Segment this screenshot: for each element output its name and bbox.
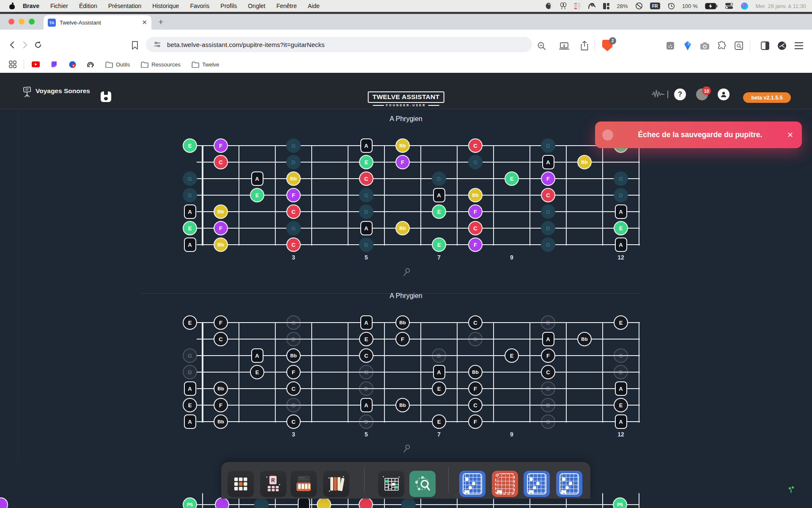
- note-c-s6-f8[interactable]: C: [468, 221, 483, 235]
- note-a-s3-f2[interactable]: A: [251, 171, 263, 186]
- note-a-s7-f0[interactable]: A: [184, 414, 196, 429]
- note-d-s3-f7[interactable]: D: [432, 171, 446, 186]
- balloons-icon[interactable]: [560, 2, 567, 10]
- note-f-s4-f3[interactable]: F: [286, 365, 301, 379]
- history-clock-icon[interactable]: [667, 2, 675, 10]
- help-button[interactable]: ?: [674, 88, 686, 100]
- note-a-s2-f10[interactable]: A: [542, 332, 554, 346]
- note-c-s5-f3[interactable]: C: [286, 381, 301, 396]
- levels-icon[interactable]: [574, 2, 581, 10]
- note-c-s3-f5[interactable]: C: [359, 348, 373, 363]
- bookmark-twelve[interactable]: Twelve: [192, 61, 219, 68]
- note-g-s1-f3[interactable]: G: [286, 138, 301, 153]
- note-g-s3-f0[interactable]: G: [183, 348, 197, 363]
- note-c-s4-f10[interactable]: C: [541, 188, 555, 202]
- note-e-s7-f7[interactable]: E: [432, 414, 446, 429]
- avira-icon[interactable]: [588, 3, 595, 9]
- status-mer28janv1130[interactable]: Mer. 28 janv. à 11:30: [756, 3, 806, 9]
- note-e-s6-f12[interactable]: E: [614, 221, 628, 235]
- note-c-s2-f1[interactable]: C: [214, 155, 228, 169]
- zoom-out-icon[interactable]: [537, 41, 546, 50]
- note-d-s6-f10[interactable]: D: [541, 221, 555, 235]
- note-a-s5-f12[interactable]: A: [615, 204, 627, 219]
- menu-favoris[interactable]: Favoris: [184, 0, 215, 12]
- note-a-s4-f7[interactable]: A: [433, 365, 445, 379]
- note-g-s4-f5[interactable]: G: [359, 188, 373, 202]
- note-f-s7-f8[interactable]: F: [468, 237, 483, 252]
- note-f-s7-f8[interactable]: F: [468, 414, 483, 429]
- forward-button[interactable]: [20, 41, 29, 49]
- note-f-s6-f1[interactable]: F: [214, 221, 228, 235]
- note-a-s7-f12[interactable]: A: [615, 414, 627, 429]
- note-a-s5-f0[interactable]: A: [184, 381, 196, 396]
- note-e-s6-f12[interactable]: E: [614, 398, 628, 412]
- keyboard-button[interactable]: [291, 471, 317, 497]
- note-g-s4-f5[interactable]: G: [359, 365, 373, 379]
- note-e-s1-f12[interactable]: E: [614, 315, 628, 330]
- note-a-s6-f5[interactable]: A: [360, 221, 373, 235]
- note-d-s5-f5[interactable]: D: [359, 204, 373, 219]
- note-c-s1-f8[interactable]: C: [468, 315, 483, 330]
- account-button[interactable]: [718, 88, 730, 100]
- menu-présentation[interactable]: Présentation: [103, 0, 147, 12]
- vpn-extension-icon[interactable]: [683, 41, 692, 51]
- note-bb-s3-f3[interactable]: Bb: [286, 348, 301, 363]
- note-g-s5-f10[interactable]: G: [541, 204, 555, 219]
- extensions-puzzle-icon[interactable]: [717, 41, 727, 50]
- wallet-icon[interactable]: [666, 41, 675, 50]
- note-f-s3-f10[interactable]: F: [541, 171, 555, 186]
- note-e-s2-f5[interactable]: E: [359, 155, 373, 169]
- note-c-s1-f8[interactable]: C: [468, 138, 483, 153]
- status-fr[interactable]: FR: [650, 3, 660, 9]
- bookmark-ressources[interactable]: Ressources: [141, 61, 181, 68]
- note-c-s3-f5[interactable]: C: [359, 171, 373, 186]
- note-d-s4-f0[interactable]: D: [183, 188, 197, 202]
- note-f-s3-f10[interactable]: F: [541, 348, 555, 363]
- search-tabs-icon[interactable]: [734, 41, 743, 50]
- menu-historique[interactable]: Historique: [147, 0, 184, 12]
- control-center-icon[interactable]: [725, 3, 733, 9]
- new-tab-button[interactable]: +: [158, 17, 163, 27]
- toast-close-icon[interactable]: ✕: [787, 130, 793, 140]
- fretboard-button[interactable]: [378, 471, 404, 497]
- menu-onglet[interactable]: Onglet: [242, 0, 271, 12]
- note-bb-s2-f11[interactable]: Bb: [577, 332, 592, 346]
- note-bb-s7-f1[interactable]: Bb: [214, 414, 228, 429]
- focus-icon[interactable]: [635, 2, 643, 10]
- note-e-s5-f7[interactable]: E: [432, 381, 446, 396]
- waveform-icon[interactable]: [651, 90, 665, 99]
- tab-close-icon[interactable]: ✕: [142, 19, 147, 26]
- note-g-s7-f10[interactable]: G: [541, 414, 555, 429]
- browser-tab[interactable]: TA Twelve-Assistant ✕: [44, 15, 151, 30]
- sidebar-icon[interactable]: [760, 41, 770, 50]
- reload-button[interactable]: [34, 41, 42, 49]
- note-a-s3-f2[interactable]: A: [251, 348, 263, 363]
- note-e-s4-f2[interactable]: E: [250, 188, 264, 202]
- share-icon[interactable]: [580, 41, 589, 51]
- songbook-blue-3-button[interactable]: [556, 471, 582, 497]
- note-c-s5-f3[interactable]: C: [286, 204, 301, 219]
- note-f-s1-f1[interactable]: F: [214, 315, 228, 330]
- note-g-s3-f12[interactable]: G: [614, 348, 628, 363]
- note-d-s4-f0[interactable]: D: [183, 365, 197, 379]
- note-e-s3-f9[interactable]: E: [505, 348, 519, 363]
- menu-fenêtre[interactable]: Fenêtre: [271, 0, 302, 12]
- note-d-s2-f3[interactable]: D: [286, 155, 301, 169]
- status-28[interactable]: 28%: [617, 3, 628, 9]
- note-e-s3-f9[interactable]: E: [505, 171, 519, 186]
- note-c-s2-f1[interactable]: C: [214, 332, 228, 346]
- note-a-s5-f0[interactable]: A: [184, 204, 196, 219]
- note-e-s5-f7[interactable]: E: [432, 204, 446, 219]
- note-g-s3-f12[interactable]: G: [614, 171, 628, 186]
- note-bb-s5-f1[interactable]: Bb: [214, 381, 228, 396]
- note-g-s2-f8[interactable]: G: [468, 155, 483, 169]
- songbook-linked-button[interactable]: [492, 471, 518, 497]
- songbook-blue-1-button[interactable]: [459, 471, 486, 497]
- note-c-s4-f10[interactable]: C: [541, 365, 555, 379]
- note-a-s6-f5[interactable]: A: [360, 398, 373, 412]
- siri-icon[interactable]: [741, 2, 749, 10]
- note-a-s2-f10[interactable]: A: [542, 155, 554, 169]
- menu-hamburger-icon[interactable]: [794, 42, 804, 50]
- brave-rewards-icon[interactable]: [777, 41, 787, 50]
- note-e-s1-f0[interactable]: E: [183, 138, 197, 153]
